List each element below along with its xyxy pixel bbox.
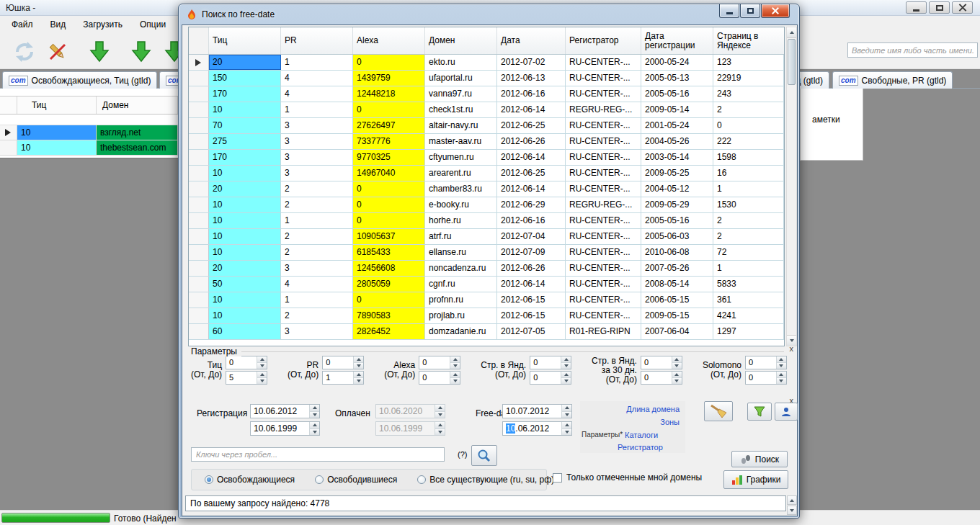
result-row[interactable]: 1027890583projlab.ru2012-06-15RU-CENTER-… <box>189 308 784 324</box>
row-marker[interactable] <box>189 181 209 197</box>
grid-cell[interactable]: 2000-05-24 <box>641 55 713 70</box>
domain-row[interactable]: 10thebestsean.com <box>0 140 178 156</box>
grid-cell[interactable]: RU-CENTER-... <box>566 181 641 197</box>
row-marker[interactable] <box>189 245 209 260</box>
row-marker[interactable] <box>189 166 209 181</box>
spin-down-button[interactable] <box>310 411 319 418</box>
link-registrar[interactable]: Регистратор <box>618 443 663 452</box>
grid-cell[interactable]: ellanse.ru <box>425 245 497 260</box>
grid-cell[interactable]: 170 <box>209 150 281 165</box>
grid-cell[interactable]: RU-CENTER-... <box>566 292 641 308</box>
spin-down-button[interactable] <box>450 377 460 384</box>
grid-cell[interactable]: 50 <box>209 277 281 292</box>
grid-cell[interactable]: 2012-06-13 <box>497 71 566 86</box>
grid-cell[interactable]: 1297 <box>713 324 784 339</box>
row-marker[interactable] <box>0 125 17 140</box>
registration-to-input[interactable]: 10.06.1999 <box>250 421 320 436</box>
grid-cell[interactable]: 2012-06-14 <box>497 150 566 165</box>
grid-cell[interactable]: 2 <box>713 229 784 244</box>
grid-cell[interactable]: 2001-05-24 <box>641 118 713 133</box>
charts-button[interactable]: Графики <box>723 470 788 489</box>
spin-down-button[interactable] <box>561 362 571 369</box>
tab-free-pr-gtld[interactable]: com Свободные, PR (gtld) <box>832 71 953 89</box>
spin-down-button[interactable] <box>257 377 267 384</box>
grid-cell[interactable]: 2007-05-26 <box>641 261 713 276</box>
grid-cell[interactable]: 2012-07-04 <box>497 229 566 244</box>
grid-cell[interactable]: 22919 <box>713 71 784 86</box>
row-marker[interactable] <box>189 102 209 117</box>
quick-search-button[interactable] <box>471 445 497 466</box>
row-marker[interactable] <box>189 261 209 276</box>
radio-all-existing[interactable]: Все существующие (ru, su, рф) <box>417 475 554 485</box>
link-catalogs[interactable]: Каталоги <box>625 431 658 439</box>
grid-cell[interactable]: 3 <box>281 324 353 339</box>
row-marker[interactable] <box>189 134 209 149</box>
grid-cell[interactable]: 9770325 <box>353 150 425 165</box>
result-row[interactable]: 2020chamber83.ru2012-06-14RU-CENTER-...2… <box>189 181 784 197</box>
spin-up-button[interactable] <box>354 356 363 362</box>
grid-cell[interactable]: profnn.ru <box>425 292 497 308</box>
spin-up-button[interactable] <box>777 356 786 362</box>
row-marker[interactable] <box>0 140 17 155</box>
result-row[interactable]: 1026185433ellanse.ru2012-07-09RU-CENTER-… <box>189 245 784 261</box>
spin-up-button[interactable] <box>257 356 267 362</box>
grid-cell[interactable]: atrf.ru <box>425 229 497 244</box>
grid-cell[interactable]: projlab.ru <box>425 308 497 323</box>
grid-cell[interactable]: 2006-05-15 <box>641 292 713 308</box>
grid-cell[interactable]: 2012-06-29 <box>497 197 566 212</box>
column-header-reg-date[interactable]: Дата регистрации <box>641 27 713 54</box>
spin-down-button[interactable] <box>562 428 571 436</box>
grid-cell[interactable]: 0 <box>353 292 425 308</box>
link-domain-length[interactable]: Длина домена <box>626 405 680 413</box>
spin-down-button[interactable] <box>354 362 363 369</box>
grid-cell[interactable]: 10 <box>209 292 281 308</box>
download-button-2[interactable] <box>127 37 156 66</box>
grid-cell[interactable]: 2004-05-26 <box>641 134 713 149</box>
spin-down-button[interactable] <box>435 411 445 418</box>
filter-button[interactable] <box>747 403 772 421</box>
row-marker[interactable] <box>189 229 209 244</box>
grid-cell[interactable]: chamber83.ru <box>425 181 497 197</box>
grid-cell[interactable]: 1530 <box>713 197 784 212</box>
grid-cell[interactable]: 3 <box>281 118 353 133</box>
spin-up-button[interactable] <box>561 356 571 362</box>
grid-cell[interactable]: ekto.ru <box>425 55 497 70</box>
grid-cell[interactable]: 0 <box>353 102 425 117</box>
grid-cell[interactable]: RU-CENTER-... <box>566 213 641 228</box>
grid-cell[interactable]: 10 <box>17 140 97 155</box>
name-search-input[interactable] <box>847 42 978 58</box>
spin-up-button[interactable] <box>562 422 571 428</box>
grid-cell[interactable]: 2012-06-26 <box>497 261 566 276</box>
registration-from-input[interactable]: 10.06.2012 <box>250 404 320 418</box>
grid-cell[interactable]: 12456608 <box>353 261 425 276</box>
grid-cell[interactable]: 123 <box>713 55 784 70</box>
grid-cell[interactable]: 2012-06-15 <box>497 308 566 323</box>
result-row[interactable]: 70327626497altair-navy.ru2012-06-25RU-CE… <box>189 118 784 134</box>
solomono-to-input[interactable]: 0 <box>745 371 787 385</box>
spin-up-button[interactable] <box>435 422 445 428</box>
user-button[interactable] <box>775 403 798 421</box>
row-marker[interactable] <box>189 71 209 86</box>
grid-cell[interactable]: domzadanie.ru <box>425 324 497 339</box>
column-header-pr[interactable]: PR <box>281 27 353 54</box>
grid-cell[interactable]: 0 <box>713 118 784 133</box>
grid-cell[interactable]: 14967040 <box>353 166 425 181</box>
row-marker[interactable] <box>189 277 209 292</box>
menu-file[interactable]: Файл <box>3 17 42 32</box>
menu-options[interactable]: Опции <box>131 17 174 32</box>
grid-cell[interactable]: 3 <box>281 261 353 276</box>
result-row[interactable]: 15041439759ufaportal.ru2012-06-13RU-CENT… <box>189 71 784 86</box>
grid-cell[interactable]: 2012-06-16 <box>497 86 566 102</box>
result-row[interactable]: 1010check1st.ru2012-06-14REGRU-REG-...20… <box>189 102 784 118</box>
grid-cell[interactable]: 1 <box>281 102 353 117</box>
grid-cell[interactable]: 2012-07-05 <box>497 324 566 339</box>
row-marker[interactable] <box>189 197 209 212</box>
grid-cell[interactable]: vanna97.ru <box>425 86 497 102</box>
spin-down-button[interactable] <box>672 377 682 384</box>
grid-cell[interactable]: 1 <box>281 55 353 70</box>
scrollbar-up-button[interactable] <box>787 27 796 38</box>
refresh-button[interactable] <box>10 37 39 66</box>
grid-cell[interactable]: 2012-06-14 <box>497 102 566 117</box>
spin-down-button[interactable] <box>257 362 267 369</box>
result-row[interactable]: 20312456608noncadenza.ru2012-06-26RU-CEN… <box>189 261 784 277</box>
